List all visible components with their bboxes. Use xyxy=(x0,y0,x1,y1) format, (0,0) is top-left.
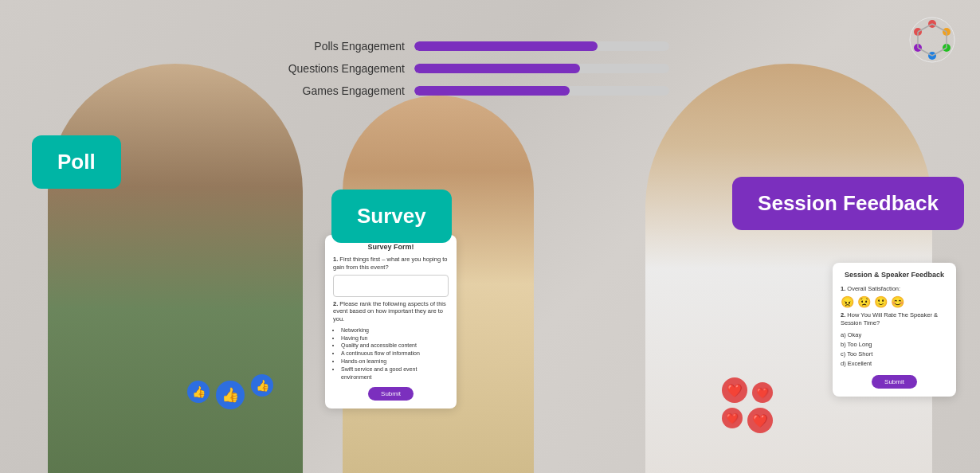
list-item: Networking xyxy=(341,326,449,334)
emoji-sad[interactable]: 😟 xyxy=(857,295,871,308)
questions-label: Questions Engagement xyxy=(271,62,414,75)
session-feedback-label: Session Feedback xyxy=(758,191,939,215)
emoji-neutral[interactable]: 🙂 xyxy=(874,295,888,308)
survey-label: Survey xyxy=(357,204,426,228)
survey-textarea[interactable] xyxy=(333,275,449,297)
games-engagement-row: Games Engagement xyxy=(271,84,669,97)
svg-line-9 xyxy=(932,48,947,56)
reactions-right: ❤️ ❤️ ❤️ ❤️ xyxy=(722,377,773,433)
session-submit-button[interactable]: Submit xyxy=(872,375,917,389)
session-feedback-bubble: Session Feedback xyxy=(732,177,964,230)
games-bar-track xyxy=(414,86,669,96)
list-item: Having fun xyxy=(341,334,449,342)
option-too-long[interactable]: b) Too Long xyxy=(841,340,948,350)
survey-form-title: Survey Form! xyxy=(333,243,449,251)
svg-line-10 xyxy=(918,48,932,56)
survey-submit-button[interactable]: Submit xyxy=(368,387,414,401)
reactions-left: 👍 👍 👍 xyxy=(187,381,273,409)
survey-checklist: Networking Having fun Quality and access… xyxy=(333,326,449,381)
svg-line-7 xyxy=(932,24,947,32)
heart-icon-small2: ❤️ xyxy=(722,408,743,428)
session-q2: 2. How You Will Rate The Speaker & Sessi… xyxy=(841,311,948,327)
session-options: a) Okay b) Too Long c) Too Short d) Exce… xyxy=(841,330,948,369)
games-label: Games Engagement xyxy=(271,84,414,97)
poll-label: Poll xyxy=(57,150,96,174)
polls-engagement-row: Polls Engagement xyxy=(271,40,669,53)
reaction-row-bottom: ❤️ ❤️ xyxy=(722,408,773,433)
engagement-section: Polls Engagement Questions Engagement Ga… xyxy=(271,40,669,107)
list-item: Hands-on learning xyxy=(341,358,449,366)
survey-q1-text: First things first – what are you hoping… xyxy=(333,256,447,271)
list-item: A continuous flow of information xyxy=(341,350,449,358)
list-item: Swift service and a good event environme… xyxy=(341,366,449,381)
survey-form-card: Survey Form! 1. First things first – wha… xyxy=(325,235,457,408)
polls-bar-fill xyxy=(414,41,598,51)
svg-line-12 xyxy=(918,24,932,32)
session-q1-text: Overall Satisfaction: xyxy=(847,285,900,292)
survey-q1: 1. First things first – what are you hop… xyxy=(333,256,449,272)
session-q1-prefix: 1. xyxy=(841,285,845,292)
session-feedback-card-title: Session & Speaker Feedback xyxy=(841,271,948,280)
survey-q2-prefix: 2. xyxy=(333,300,338,307)
questions-bar-track xyxy=(414,64,669,73)
survey-q2-text: Please rank the following aspects of thi… xyxy=(333,300,446,323)
games-bar-fill xyxy=(414,86,570,96)
emoji-happy[interactable]: 😊 xyxy=(891,295,904,308)
thumbs-up-icon: 👍 xyxy=(216,381,245,409)
polls-label: Polls Engagement xyxy=(271,40,414,53)
survey-bubble: Survey xyxy=(331,190,452,243)
polls-bar-track xyxy=(414,41,669,51)
questions-bar-fill xyxy=(414,64,580,73)
list-item: Quality and accessible content xyxy=(341,342,449,350)
survey-q1-prefix: 1. xyxy=(333,256,338,263)
heart-icon: ❤️ xyxy=(722,377,747,403)
option-excellent[interactable]: d) Excellent xyxy=(841,359,948,369)
heart-icon-small: ❤️ xyxy=(752,382,773,403)
survey-q2: 2. Please rank the following aspects of … xyxy=(333,300,449,323)
session-q2-prefix: 2. xyxy=(841,311,845,319)
emoji-satisfaction-row: 😠 😟 🙂 😊 xyxy=(841,295,948,308)
reaction-row-top: ❤️ ❤️ xyxy=(722,377,773,403)
emoji-angry[interactable]: 😠 xyxy=(841,295,854,308)
thumbs-up-icon-small2: 👍 xyxy=(251,374,273,397)
thumbs-up-icon-small: 👍 xyxy=(187,381,210,403)
session-feedback-card: Session & Speaker Feedback 1. Overall Sa… xyxy=(833,263,956,397)
heart-icon2: ❤️ xyxy=(747,408,773,433)
poll-bubble: Poll xyxy=(32,135,121,189)
option-too-short[interactable]: c) Too Short xyxy=(841,350,948,359)
session-q1: 1. Overall Satisfaction: xyxy=(841,285,948,293)
option-okay[interactable]: a) Okay xyxy=(841,330,948,340)
logo xyxy=(908,16,956,64)
session-q2-text: How You Will Rate The Speaker & Session … xyxy=(841,311,938,326)
person-left xyxy=(48,64,303,473)
questions-engagement-row: Questions Engagement xyxy=(271,62,669,75)
